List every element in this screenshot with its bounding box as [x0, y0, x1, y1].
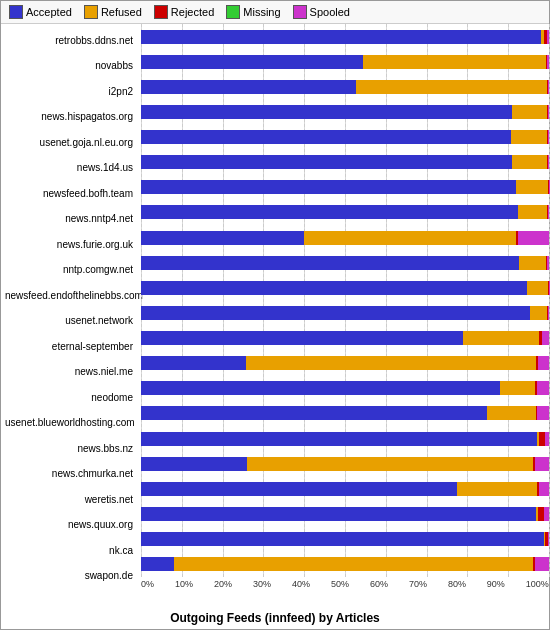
segment-refused-14: [500, 381, 535, 395]
segment-accepted-19: [141, 507, 536, 521]
bar-row-16: 7741238: [141, 430, 549, 448]
segment-spooled-2: [548, 80, 549, 94]
legend-rejected: Rejected: [154, 5, 214, 19]
bar-row-8: 3093535: [141, 229, 549, 247]
segment-accepted-16: [141, 432, 537, 446]
bar-stack-21: 613124: [141, 557, 549, 571]
y-label-6: newsfeed.bofh.team: [5, 189, 137, 199]
bar-row-13: 1987247: [141, 354, 549, 372]
y-label-15: usenet.blueworldhosting.com: [5, 418, 137, 428]
segment-spooled-18: [539, 482, 549, 496]
bar-stack-4: 7030712: [141, 130, 549, 144]
bar-row-5: 7621682: [141, 153, 549, 171]
segment-spooled-11: [548, 306, 549, 320]
segment-accepted-20: [141, 532, 544, 546]
segment-accepted-11: [141, 306, 530, 320]
segment-refused-1: [363, 55, 547, 69]
refused-color-box: [84, 5, 98, 19]
bar-row-0: 77707059: [141, 28, 549, 46]
x-label-2: 20%: [214, 579, 232, 589]
bar-row-4: 7030712: [141, 128, 549, 146]
segment-refused-2: [356, 80, 546, 94]
segment-accepted-18: [141, 482, 457, 496]
segment-spooled-19: [544, 507, 549, 521]
y-label-19: news.quux.org: [5, 520, 137, 530]
bar-stack-6: 7467615: [141, 180, 549, 194]
bar-stack-9: 7271528: [141, 256, 549, 270]
y-label-9: nntp.comgw.net: [5, 265, 137, 275]
bar-row-19: 7409182: [141, 505, 549, 523]
bar-row-3: 7709743: [141, 103, 549, 121]
y-label-5: news.1d4.us: [5, 163, 137, 173]
segment-spooled-16: [545, 432, 549, 446]
segment-refused-8: [304, 231, 516, 245]
y-label-18: weretis.net: [5, 495, 137, 505]
bar-stack-8: 3093535: [141, 231, 549, 245]
segment-accepted-0: [141, 30, 541, 44]
segment-spooled-4: [548, 130, 549, 144]
legend-missing: Missing: [226, 5, 280, 19]
chart-title: Outgoing Feeds (innfeed) by Articles: [1, 609, 549, 629]
segment-spooled-20: [548, 532, 549, 546]
legend-rejected-label: Rejected: [171, 6, 214, 18]
rejected-color-box: [154, 5, 168, 19]
bar-row-7: 7523559: [141, 203, 549, 221]
segment-accepted-15: [141, 406, 487, 420]
y-label-13: news.niel.me: [5, 367, 137, 377]
bar-stack-5: 7621682: [141, 155, 549, 169]
x-label-8: 80%: [448, 579, 466, 589]
segment-refused-21: [174, 557, 533, 571]
legend-accepted: Accepted: [9, 5, 72, 19]
x-label-0: 0%: [141, 579, 154, 589]
segment-accepted-1: [141, 55, 363, 69]
segment-refused-10: [527, 281, 547, 295]
segment-accepted-8: [141, 231, 304, 245]
segment-accepted-5: [141, 155, 512, 169]
segment-spooled-8: [518, 231, 549, 245]
bars-area: 7770705975194089719440067709743703071276…: [141, 24, 549, 609]
bar-stack-16: 7741238: [141, 432, 549, 446]
segment-spooled-14: [537, 381, 549, 395]
segment-refused-12: [463, 331, 539, 345]
segment-spooled-3: [548, 105, 549, 119]
y-label-4: usenet.goja.nl.eu.org: [5, 138, 137, 148]
x-label-1: 10%: [175, 579, 193, 589]
bar-row-6: 7467615: [141, 178, 549, 196]
legend: Accepted Refused Rejected Missing Spoole…: [1, 1, 549, 24]
bar-row-18: 5947184: [141, 480, 549, 498]
missing-color-box: [226, 5, 240, 19]
accepted-color-box: [9, 5, 23, 19]
x-label-10: 100%: [526, 579, 549, 589]
y-label-17: news.chmurka.net: [5, 469, 137, 479]
bar-stack-18: 5947184: [141, 482, 549, 496]
bar-stack-15: 6484245: [141, 406, 549, 420]
legend-spooled: Spooled: [293, 5, 350, 19]
x-label-7: 70%: [409, 579, 427, 589]
bar-stack-3: 7709743: [141, 105, 549, 119]
segment-refused-17: [247, 457, 533, 471]
segment-spooled-7: [548, 205, 549, 219]
spooled-color-box: [293, 5, 307, 19]
segment-spooled-9: [547, 256, 549, 270]
legend-refused: Refused: [84, 5, 142, 19]
segment-refused-11: [530, 306, 547, 320]
bar-stack-2: 71944006: [141, 80, 549, 94]
bar-row-15: 6484245: [141, 404, 549, 422]
segment-accepted-7: [141, 205, 518, 219]
x-label-9: 90%: [487, 579, 505, 589]
bar-row-12: 6086257: [141, 329, 549, 347]
legend-spooled-label: Spooled: [310, 6, 350, 18]
y-label-8: news.furie.org.uk: [5, 240, 137, 250]
segment-accepted-2: [141, 80, 356, 94]
y-label-0: retrobbs.ddns.net: [5, 36, 137, 46]
segment-accepted-4: [141, 130, 511, 144]
segment-refused-4: [511, 130, 548, 144]
bar-stack-11: 7520343: [141, 306, 549, 320]
y-axis-labels: retrobbs.ddns.netnovabbsi2pn2news.hispag…: [1, 24, 141, 609]
segment-accepted-3: [141, 105, 512, 119]
segment-spooled-5: [548, 155, 549, 169]
segment-accepted-13: [141, 356, 246, 370]
segment-refused-7: [518, 205, 548, 219]
bar-stack-10: 7567396: [141, 281, 549, 295]
legend-missing-label: Missing: [243, 6, 280, 18]
